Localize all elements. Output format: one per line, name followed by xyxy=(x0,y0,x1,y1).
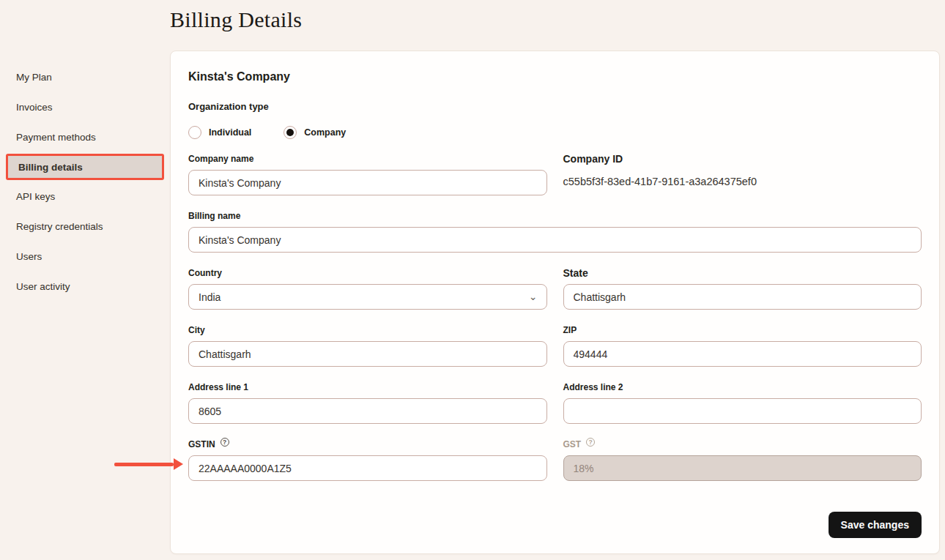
billing-details-card: Kinsta's Company Organization type Indiv… xyxy=(170,51,940,554)
arrow-line xyxy=(114,463,174,466)
save-changes-button[interactable]: Save changes xyxy=(829,512,922,538)
gstin-label: GSTIN ? xyxy=(188,439,547,449)
company-id-label: Company ID xyxy=(563,154,922,164)
state-label: State xyxy=(563,268,922,278)
radio-individual[interactable]: Individual xyxy=(188,126,251,139)
sidebar-item-billing-details[interactable]: Billing details xyxy=(6,154,164,180)
company-name-label: Company name xyxy=(188,154,547,164)
gstin-input[interactable] xyxy=(188,455,547,481)
sidebar-item-user-activity[interactable]: User activity xyxy=(0,274,164,299)
sidebar-item-registry-credentials[interactable]: Registry credentials xyxy=(0,214,164,239)
organization-type-group: Individual Company xyxy=(188,126,922,139)
company-name-input[interactable] xyxy=(188,170,547,195)
help-icon[interactable]: ? xyxy=(586,438,595,447)
gst-label: GST ? xyxy=(563,439,922,449)
address-line-1-label: Address line 1 xyxy=(188,382,547,392)
sidebar: My Plan Invoices Payment methods Billing… xyxy=(0,64,164,304)
country-select[interactable] xyxy=(188,284,547,310)
sidebar-item-payment-methods[interactable]: Payment methods xyxy=(0,124,164,149)
company-id-value: c55b5f3f-83ed-41b7-9161-a3a264375ef0 xyxy=(563,176,922,187)
radio-company[interactable]: Company xyxy=(284,126,346,139)
organization-type-label: Organization type xyxy=(188,101,922,112)
arrow-head-icon xyxy=(174,458,183,470)
country-label: Country xyxy=(188,268,547,278)
annotation-arrow xyxy=(114,458,183,470)
city-label: City xyxy=(188,325,547,335)
address-line-2-input[interactable] xyxy=(563,398,922,424)
help-icon[interactable]: ? xyxy=(220,438,229,447)
company-heading: Kinsta's Company xyxy=(188,70,922,83)
radio-circle-icon xyxy=(188,126,201,139)
zip-label: ZIP xyxy=(563,325,922,335)
sidebar-item-users[interactable]: Users xyxy=(0,244,164,269)
sidebar-item-api-keys[interactable]: API keys xyxy=(0,184,164,209)
address-line-2-label: Address line 2 xyxy=(563,382,922,392)
address-line-1-input[interactable] xyxy=(188,398,547,424)
billing-name-input[interactable] xyxy=(188,227,922,253)
city-input[interactable] xyxy=(188,341,547,367)
gst-input xyxy=(563,455,922,481)
state-input[interactable] xyxy=(563,284,922,310)
radio-individual-label: Individual xyxy=(209,127,251,138)
billing-name-label: Billing name xyxy=(188,211,922,221)
radio-company-label: Company xyxy=(304,127,346,138)
sidebar-item-my-plan[interactable]: My Plan xyxy=(0,64,164,89)
page-title: Billing Details xyxy=(170,7,302,32)
radio-circle-icon xyxy=(284,126,297,139)
zip-input[interactable] xyxy=(563,341,922,367)
sidebar-item-invoices[interactable]: Invoices xyxy=(0,94,164,119)
